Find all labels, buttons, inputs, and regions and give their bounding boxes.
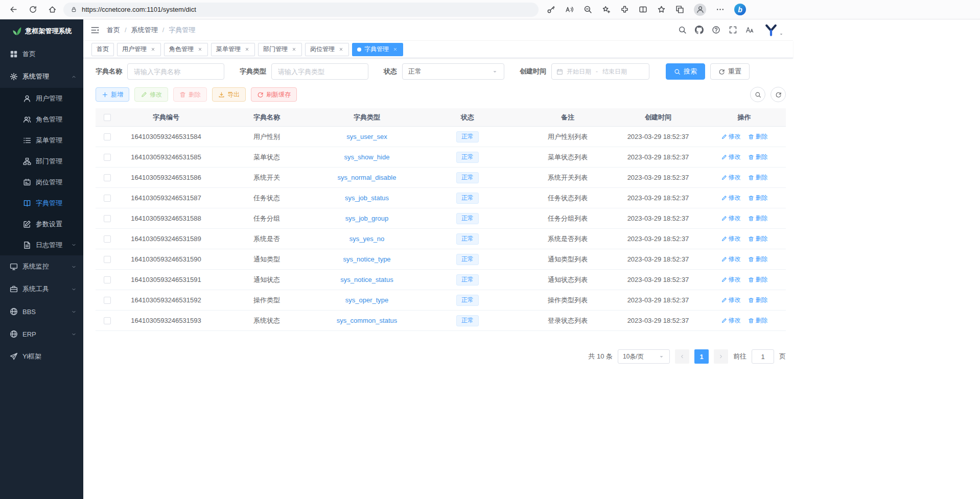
sidebar-item-bbs[interactable]: BBS (0, 300, 83, 323)
sidebar-item-tool[interactable]: 系统工具 (0, 278, 83, 300)
dict-type-link[interactable]: sys_job_group (345, 215, 389, 222)
row-checkbox[interactable] (104, 235, 111, 243)
sidebar-item-home[interactable]: 首页 (0, 43, 83, 65)
create-time-range-picker[interactable]: 开始日期 - 结束日期 (551, 63, 649, 80)
dict-name-input[interactable] (127, 63, 224, 80)
search-button[interactable] (678, 26, 687, 34)
tab-menu[interactable]: 菜单管理 (211, 43, 255, 56)
row-edit-link[interactable]: 修改 (721, 132, 741, 141)
row-checkbox[interactable] (104, 154, 111, 161)
row-delete-link[interactable]: 删除 (748, 316, 768, 325)
search-button[interactable]: 搜索 (666, 63, 705, 80)
export-button[interactable]: 导出 (212, 87, 246, 102)
sidebar-item-yi[interactable]: Yi框架 (0, 345, 83, 368)
goto-page-input[interactable] (752, 349, 774, 364)
status-select[interactable]: 正常 (402, 63, 504, 80)
add-favorite-button[interactable] (602, 5, 611, 14)
row-edit-link[interactable]: 修改 (721, 275, 741, 284)
tab-home[interactable]: 首页 (91, 43, 114, 56)
browser-address-bar[interactable]: https://ccnetcore.com:1101/system/dict (63, 3, 539, 17)
sidebar-item-config[interactable]: 参数设置 (0, 213, 83, 234)
dict-type-link[interactable]: sys_common_status (337, 317, 398, 324)
read-aloud-button[interactable] (565, 5, 574, 14)
profile-button[interactable] (694, 4, 706, 16)
show-search-button[interactable] (750, 87, 765, 102)
refresh-cache-button[interactable]: 刷新缓存 (251, 87, 297, 102)
edit-button[interactable]: 修改 (134, 87, 168, 102)
row-edit-link[interactable]: 修改 (721, 173, 741, 182)
fullscreen-button[interactable] (729, 26, 737, 34)
favorites-button[interactable] (657, 5, 666, 14)
page-number-button[interactable]: 1 (694, 349, 709, 364)
page-size-select[interactable]: 10条/页 (618, 349, 670, 364)
tab-dept[interactable]: 部门管理 (258, 43, 302, 56)
dict-type-link[interactable]: sys_notice_type (343, 255, 390, 263)
row-delete-link[interactable]: 删除 (748, 214, 768, 223)
dict-type-link[interactable]: sys_oper_type (345, 296, 389, 304)
browser-refresh-button[interactable] (25, 2, 41, 17)
sidebar-item-dept[interactable]: 部门管理 (0, 151, 83, 172)
sidebar-item-monitor[interactable]: 系统监控 (0, 255, 83, 278)
row-checkbox[interactable] (104, 133, 111, 140)
github-button[interactable] (695, 26, 704, 34)
password-button[interactable] (547, 5, 555, 14)
zoom-button[interactable] (584, 5, 592, 14)
row-delete-link[interactable]: 删除 (748, 275, 768, 284)
row-delete-link[interactable]: 删除 (748, 255, 768, 264)
row-checkbox[interactable] (104, 276, 111, 283)
tab-post[interactable]: 岗位管理 (305, 43, 349, 56)
sidebar-item-log[interactable]: 日志管理 (0, 234, 83, 255)
browser-home-button[interactable] (44, 2, 60, 17)
browser-back-button[interactable] (5, 2, 21, 17)
collections-button[interactable] (675, 5, 684, 14)
close-icon[interactable] (392, 46, 398, 53)
row-edit-link[interactable]: 修改 (721, 194, 741, 202)
next-page-button[interactable] (714, 349, 728, 364)
row-delete-link[interactable]: 删除 (748, 153, 768, 161)
row-checkbox[interactable] (104, 215, 111, 222)
row-checkbox[interactable] (104, 317, 111, 324)
dict-type-input[interactable] (271, 63, 368, 80)
close-icon[interactable] (197, 46, 203, 53)
sidebar-item-user[interactable]: 用户管理 (0, 88, 83, 109)
sidebar-toggle-button[interactable] (90, 26, 100, 35)
font-size-button[interactable] (745, 26, 754, 34)
reset-button[interactable]: 重置 (710, 63, 750, 80)
close-icon[interactable] (150, 46, 156, 53)
dict-type-link[interactable]: sys_show_hide (344, 153, 390, 161)
dict-type-link[interactable]: sys_job_status (345, 194, 389, 202)
row-delete-link[interactable]: 删除 (748, 194, 768, 202)
split-screen-button[interactable] (639, 5, 647, 14)
refresh-table-button[interactable] (771, 87, 786, 102)
sidebar-item-post[interactable]: 岗位管理 (0, 172, 83, 193)
row-delete-link[interactable]: 删除 (748, 296, 768, 304)
delete-button[interactable]: 删除 (173, 87, 207, 102)
row-edit-link[interactable]: 修改 (721, 255, 741, 264)
row-delete-link[interactable]: 删除 (748, 234, 768, 243)
breadcrumb-item[interactable]: 系统管理 (131, 26, 158, 35)
row-edit-link[interactable]: 修改 (721, 234, 741, 243)
close-icon[interactable] (291, 46, 297, 53)
sidebar-item-menu[interactable]: 菜单管理 (0, 130, 83, 151)
help-button[interactable] (712, 26, 720, 34)
row-edit-link[interactable]: 修改 (721, 316, 741, 325)
close-icon[interactable] (338, 46, 344, 53)
extensions-button[interactable] (620, 5, 629, 14)
dict-type-link[interactable]: sys_normal_disable (338, 174, 396, 181)
sidebar-item-role[interactable]: 角色管理 (0, 109, 83, 130)
sidebar-item-erp[interactable]: ERP (0, 323, 83, 345)
tab-role[interactable]: 角色管理 (164, 43, 208, 56)
dict-type-link[interactable]: sys_notice_status (340, 276, 393, 283)
sidebar-item-dict[interactable]: 字典管理 (0, 193, 83, 213)
breadcrumb-item[interactable]: 首页 (107, 26, 120, 35)
row-checkbox[interactable] (104, 174, 111, 181)
tab-user[interactable]: 用户管理 (117, 43, 161, 56)
dict-type-link[interactable]: sys_user_sex (346, 133, 387, 140)
tab-dict[interactable]: 字典管理 (352, 43, 403, 56)
row-edit-link[interactable]: 修改 (721, 153, 741, 161)
prev-page-button[interactable] (675, 349, 689, 364)
sidebar-item-system[interactable]: 系统管理 (0, 65, 83, 88)
row-edit-link[interactable]: 修改 (721, 214, 741, 223)
dict-type-link[interactable]: sys_yes_no (349, 235, 385, 243)
row-delete-link[interactable]: 删除 (748, 132, 768, 141)
